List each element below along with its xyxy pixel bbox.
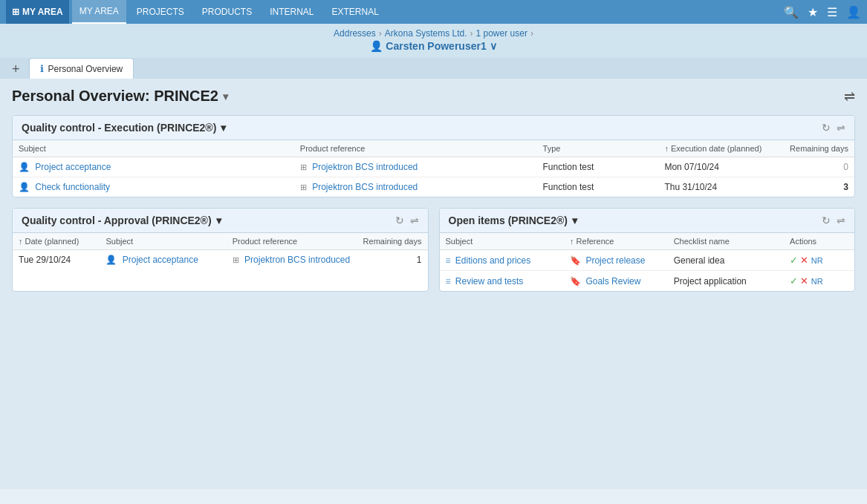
breadcrumb-user[interactable]: 👤 Carsten Poweruser1 ∨ — [370, 40, 496, 52]
nav-item-external[interactable]: EXTERNAL — [325, 0, 386, 24]
row-subject: 👤 Project acceptance — [13, 157, 294, 177]
action-nr[interactable]: NR — [811, 256, 823, 265]
refresh-icon[interactable]: ↻ — [822, 215, 831, 226]
quality-execution-widget: Quality control - Execution (PRINCE2®) ▾… — [12, 115, 855, 197]
col-checklist-name[interactable]: Checklist name — [668, 233, 784, 250]
refresh-icon[interactable]: ↻ — [822, 122, 831, 134]
open-items-widget: Open items (PRINCE2®) ▾ ↻ ⇌ Subject Refe… — [439, 208, 856, 292]
product-icon: ⊞ — [300, 163, 307, 171]
table-row: 👤 Check functionality ⊞ Projektron BCS i… — [13, 177, 854, 197]
row-product-ref: ⊞ Projektron BCS introduced — [294, 157, 537, 177]
breadcrumb-company[interactable]: Arkona Systems Ltd. — [385, 28, 467, 39]
product-ref-link[interactable]: Projektron BCS introduced — [312, 182, 418, 192]
filter-settings-icon[interactable]: ⇌ — [844, 88, 855, 105]
col-exec-date[interactable]: Execution date (planned) — [658, 140, 784, 157]
col-reference[interactable]: Reference — [564, 233, 668, 250]
tab-label: Personal Overview — [48, 64, 123, 74]
col-remaining[interactable]: Remaining days — [784, 140, 854, 157]
breadcrumb-user-level[interactable]: 1 power user — [476, 28, 527, 39]
reference-link[interactable]: Goals Review — [585, 276, 640, 287]
avatar-icon[interactable]: 👤 — [846, 5, 861, 19]
row-checklist-name: Project application — [668, 271, 784, 292]
row-remaining: 3 — [784, 177, 854, 197]
reference-link[interactable]: Project release — [585, 255, 645, 266]
row-subject: 👤 Check functionality — [13, 177, 294, 197]
col-subject[interactable]: Subject — [440, 233, 565, 250]
ref-icon: 🔖 — [570, 255, 581, 266]
breadcrumb-addresses[interactable]: Addresses — [334, 28, 376, 39]
open-items-title[interactable]: Open items (PRINCE2®) ▾ — [449, 215, 577, 226]
search-icon[interactable]: 🔍 — [784, 5, 799, 19]
row-remaining: 0 — [784, 157, 854, 177]
row-subject: ≡ Editions and prices — [440, 250, 565, 271]
action-check[interactable]: ✓ — [790, 275, 798, 287]
col-subject[interactable]: Subject — [100, 233, 226, 250]
col-subject[interactable]: Subject — [13, 140, 294, 157]
person-icon: 👤 — [19, 162, 30, 172]
refresh-icon[interactable]: ↻ — [395, 215, 404, 226]
widget-settings-icon[interactable]: ⇌ — [837, 122, 845, 134]
row-type: Function test — [537, 157, 659, 177]
quality-approval-title[interactable]: Quality control - Approval (PRINCE2®) ▾ — [22, 215, 221, 226]
row-reference: 🔖 Project release — [564, 250, 668, 271]
top-navigation: ⊞ MY AREA MY AREA PROJECTS PRODUCTS INTE… — [0, 0, 867, 24]
quality-approval-table: Date (planned) Subject Product reference… — [13, 233, 428, 269]
breadcrumb-bar: Addresses › Arkona Systems Ltd. › 1 powe… — [0, 24, 867, 58]
quality-execution-title[interactable]: Quality control - Execution (PRINCE2®) ▾ — [22, 122, 226, 134]
nav-item-internal[interactable]: INTERNAL — [262, 0, 321, 24]
quality-execution-title-text: Quality control - Execution (PRINCE2®) — [22, 122, 216, 134]
open-items-table: Subject Reference Checklist name Actions… — [440, 233, 855, 291]
nav-item-myarea[interactable]: MY AREA — [72, 0, 126, 24]
subject-link[interactable]: Editions and prices — [455, 255, 530, 266]
star-icon[interactable]: ★ — [808, 5, 818, 19]
row-checklist-name: General idea — [668, 250, 784, 271]
nav-logo[interactable]: ⊞ MY AREA — [6, 0, 69, 24]
quality-approval-widget: Quality control - Approval (PRINCE2®) ▾ … — [12, 208, 429, 292]
user-icon: 👤 — [370, 40, 383, 52]
tab-personal-overview[interactable]: ℹ Personal Overview — [29, 58, 134, 79]
tabs-row: + ℹ Personal Overview — [0, 58, 867, 79]
row-exec-date: Thu 31/10/24 — [658, 177, 784, 197]
nav-item-projects[interactable]: PROJECTS — [129, 0, 192, 24]
widget-actions: ↻ ⇌ — [822, 122, 845, 134]
subject-link[interactable]: Review and tests — [455, 276, 523, 287]
add-tab-button[interactable]: + — [6, 59, 26, 79]
breadcrumb-sep-3: › — [530, 28, 533, 39]
product-ref-link[interactable]: Projektron BCS introduced — [312, 162, 418, 172]
action-reject[interactable]: ✕ — [800, 255, 808, 266]
tab-info-icon: ℹ — [40, 63, 44, 74]
widget-settings-icon[interactable]: ⇌ — [410, 215, 419, 226]
table-row: ≡ Editions and prices 🔖 Project release … — [440, 250, 855, 271]
action-reject[interactable]: ✕ — [800, 275, 808, 287]
page-title-chevron[interactable]: ▾ — [223, 91, 228, 102]
row-subject: 👤 Project acceptance — [100, 250, 226, 270]
widget-settings-icon[interactable]: ⇌ — [837, 215, 845, 226]
menu-icon[interactable]: ☰ — [827, 5, 837, 19]
subject-link[interactable]: Project acceptance — [123, 255, 198, 265]
two-col-row: Quality control - Approval (PRINCE2®) ▾ … — [12, 208, 855, 302]
product-icon: ⊞ — [300, 183, 307, 192]
subject-link[interactable]: Project acceptance — [35, 162, 111, 172]
checklist-icon: ≡ — [446, 255, 451, 266]
breadcrumb-sep-1: › — [379, 28, 382, 39]
col-product-ref[interactable]: Product reference — [227, 233, 357, 250]
main-content: Personal Overview: PRINCE2 ▾ ⇌ Quality c… — [0, 79, 867, 489]
row-actions: ✓ ✕ NR — [784, 250, 854, 271]
action-nr[interactable]: NR — [811, 277, 823, 286]
action-check[interactable]: ✓ — [790, 255, 798, 266]
row-product-ref: ⊞ Projektron BCS introduced — [294, 177, 537, 197]
open-items-header: Open items (PRINCE2®) ▾ ↻ ⇌ — [440, 209, 855, 233]
page-title-text: Personal Overview: PRINCE2 — [12, 88, 218, 105]
col-remaining[interactable]: Remaining days — [357, 233, 428, 250]
logo-grid-icon: ⊞ — [12, 7, 19, 17]
subject-link[interactable]: Check functionality — [35, 182, 110, 192]
ref-icon: 🔖 — [570, 276, 581, 287]
col-type[interactable]: Type — [537, 140, 659, 157]
col-product-ref[interactable]: Product reference — [294, 140, 537, 157]
col-actions[interactable]: Actions — [784, 233, 854, 250]
col-date[interactable]: Date (planned) — [13, 233, 100, 250]
nav-item-products[interactable]: PRODUCTS — [195, 0, 259, 24]
product-ref-link[interactable]: Projektron BCS introduced — [244, 255, 350, 265]
breadcrumb-chevron: ∨ — [490, 40, 497, 52]
quality-approval-chevron: ▾ — [216, 215, 221, 226]
